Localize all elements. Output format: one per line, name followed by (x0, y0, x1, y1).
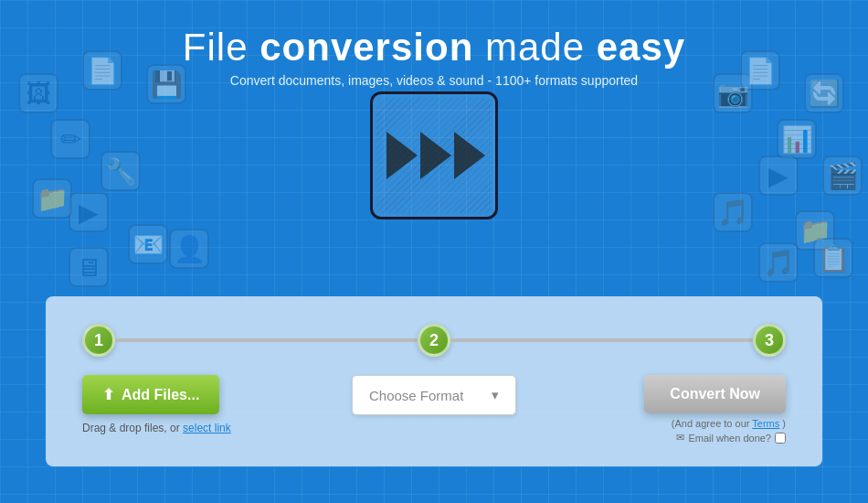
doodle-icon-17: 🎬 (822, 155, 863, 196)
step-3-action: Convert Now (And agree to our Terms ) ✉ … (585, 375, 786, 444)
actions-row: ⬆ Add Files... Drag & drop files, or sel… (82, 375, 786, 444)
header: File conversion made easy Convert docume… (0, 0, 868, 88)
doodle-icon-13: ▶ (758, 155, 799, 196)
page-subtitle: Convert documents, images, videos & soun… (0, 73, 868, 88)
email-row: ✉ Email when done? (676, 432, 786, 444)
doodle-icon-7: 📁 (32, 178, 72, 219)
center-logo (370, 91, 498, 219)
step-2-circle: 2 (418, 324, 450, 357)
step-1-circle: 1 (82, 324, 115, 357)
page-title: File conversion made easy (0, 26, 868, 70)
doodle-icon-4: ▶ (69, 192, 109, 232)
arrow-1 (386, 132, 418, 179)
doodle-icon-1: ✏ (50, 119, 90, 159)
doodle-icon-8: 🖥 (69, 247, 109, 287)
arrow-3 (454, 132, 485, 179)
steps-row: 1 2 3 (82, 324, 786, 357)
steps-panel: 1 2 3 ⬆ Add Files... Drag & drop files, … (46, 296, 822, 466)
doodle-icon-9: 👤 (169, 229, 209, 269)
step-3-circle: 3 (753, 324, 786, 357)
step-2-action: Choose Format ▾ (283, 375, 585, 415)
connector-2-3 (450, 338, 753, 342)
terms-text: (And agree to our Terms ) (672, 418, 786, 429)
choose-format-dropdown[interactable]: Choose Format ▾ (352, 375, 516, 415)
step-1-action: ⬆ Add Files... Drag & drop files, or sel… (82, 375, 283, 434)
add-files-button[interactable]: ⬆ Add Files... (82, 375, 219, 414)
logo-box (370, 91, 498, 219)
choose-format-label: Choose Format (369, 388, 463, 403)
doodle-icon-3: 🔧 (101, 151, 141, 191)
doodle-icon-11: 📊 (777, 119, 817, 159)
email-checkbox[interactable] (775, 433, 786, 444)
email-icon: ✉ (676, 432, 684, 444)
connector-1-2 (115, 338, 418, 342)
add-files-label: Add Files... (122, 387, 199, 403)
doodle-icon-5: 📧 (128, 224, 168, 264)
arrow-2 (420, 132, 451, 179)
play-icon (384, 132, 485, 179)
doodle-icon-15: 📁 (795, 210, 835, 251)
doodle-icon-14: 🎵 (713, 192, 753, 232)
upload-icon: ⬆ (102, 386, 114, 403)
select-link[interactable]: select link (183, 422, 231, 434)
doodle-icon-18: 🎵 (758, 242, 799, 283)
terms-link[interactable]: Terms (752, 418, 779, 429)
chevron-down-icon: ▾ (492, 387, 499, 403)
convert-now-button[interactable]: Convert Now (644, 375, 786, 413)
drag-drop-text: Drag & drop files, or select link (82, 422, 231, 434)
convert-now-label: Convert Now (670, 386, 760, 401)
doodle-icon-19: 📋 (813, 238, 853, 278)
email-when-done-label: Email when done? (688, 433, 771, 444)
